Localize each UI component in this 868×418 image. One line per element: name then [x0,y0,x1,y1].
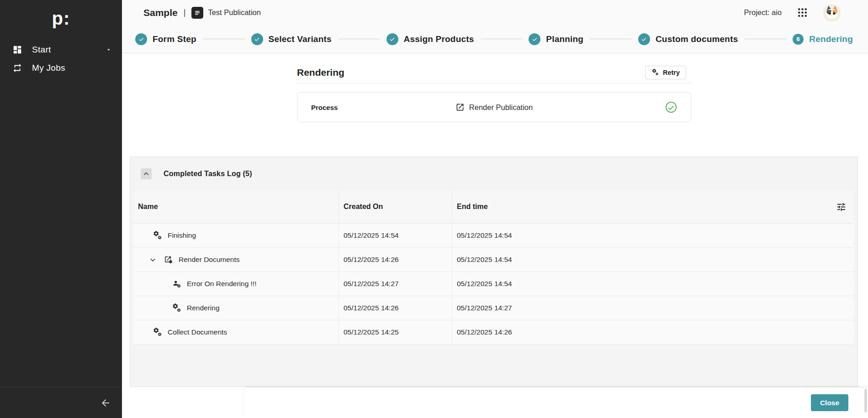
step-label: Assign Products [404,34,474,44]
tasks-table: Name Created On End time Finishing 05/12… [133,190,854,345]
cat-avatar-image [823,4,841,21]
sidebar-footer [0,387,122,418]
step-select-variants[interactable]: Select Variants [251,33,332,45]
task-created: 05/12/2025 14:54 [344,231,399,240]
render-publication-link[interactable]: Render Publication [455,103,533,112]
step-rendering[interactable]: 6 Rendering [793,34,853,45]
sidebar-item-label: Start [32,45,51,55]
bottom-action-bar: Close [244,387,868,418]
success-check-icon [665,101,677,113]
step-check-icon [135,33,147,45]
open-in-new-icon [455,103,465,112]
gears-icon [172,303,182,313]
task-created: 05/12/2025 14:25 [344,328,399,336]
step-custom-documents[interactable]: Custom documents [638,33,738,45]
project-label: Project: aio [744,8,782,17]
task-created: 05/12/2025 14:26 [344,256,399,264]
task-created: 05/12/2025 14:27 [344,280,399,288]
document-icon [191,7,203,19]
content-area: Rendering Retry Process Render Publicati… [122,53,868,387]
step-label: Form Step [153,34,196,44]
dashboard-icon [12,45,22,55]
page-title: Sample [143,7,178,18]
panel-title: Completed Tasks Log (5) [164,170,252,178]
task-name: Render Documents [179,256,240,264]
repeat-icon [12,63,22,73]
render-gear-icon [164,255,174,265]
avatar[interactable] [823,4,841,21]
title-separator: | [184,8,186,17]
app-logo: p: [0,8,122,29]
step-label: Custom documents [656,34,738,44]
workflow-stepper: Form Step Select Variants Assign Product… [122,25,868,53]
retry-button[interactable]: Retry [645,66,686,79]
chevron-down-icon[interactable] [149,256,157,264]
sidebar-item-start[interactable]: Start [0,41,122,59]
tune-filter-icon[interactable] [836,202,847,212]
task-end: 05/12/2025 14:27 [457,304,512,312]
sidebar-item-my-jobs[interactable]: My Jobs [0,59,122,77]
table-row[interactable]: Finishing 05/12/2025 14:54 05/12/2025 14… [133,224,854,248]
step-check-icon [529,33,540,45]
step-form-step[interactable]: Form Step [135,33,196,45]
task-name: Finishing [168,231,196,240]
table-row[interactable]: Collect Documents 05/12/2025 14:25 05/12… [133,320,854,345]
task-end: 05/12/2025 14:54 [457,280,512,288]
step-check-icon [251,33,263,45]
step-connector [203,39,245,39]
render-publication-label: Render Publication [469,103,533,112]
step-label: Rendering [809,34,853,44]
gears-icon [153,327,163,337]
section-title: Rendering [297,67,344,78]
task-end: 05/12/2025 14:54 [457,256,512,264]
close-button[interactable]: Close [811,394,848,411]
task-name: Rendering [187,304,220,312]
column-header-name: Name [138,203,158,211]
step-connector [590,39,632,39]
task-name: Error On Rendering !!! [187,280,256,288]
step-number-badge: 6 [793,34,804,45]
gears-icon [153,230,163,240]
task-created: 05/12/2025 14:26 [344,304,399,312]
process-card: Process Render Publication [297,92,691,122]
column-header-created: Created On [344,203,383,211]
step-check-icon [638,33,650,45]
table-row[interactable]: Rendering 05/12/2025 14:26 05/12/2025 14… [133,296,854,320]
sidebar-item-label: My Jobs [32,63,65,73]
step-assign-products[interactable]: Assign Products [386,33,474,45]
table-row[interactable]: Render Documents 05/12/2025 14:26 05/12/… [133,248,854,272]
column-header-end: End time [457,203,488,211]
completed-tasks-panel: Completed Tasks Log (5) Name Created On … [130,157,858,387]
topbar: Sample | Test Publication Project: aio [122,0,868,25]
gears-icon [651,68,659,76]
chevron-up-icon [143,170,150,178]
process-label: Process [311,104,455,111]
apps-grid-icon[interactable] [797,7,808,18]
step-label: Select Variants [269,34,332,44]
step-connector [481,39,523,39]
task-name: Collect Documents [168,328,227,336]
main-area: Sample | Test Publication Project: aio [122,0,868,418]
collapse-panel-button[interactable] [141,168,152,179]
step-planning[interactable]: Planning [529,33,583,45]
table-row[interactable]: Error On Rendering !!! 05/12/2025 14:27 … [133,272,854,296]
step-label: Planning [546,34,583,44]
user-gear-icon [172,279,182,289]
publication-name: Test Publication [208,8,261,17]
step-check-icon [386,33,398,45]
collapse-sidebar-arrow-icon[interactable] [100,397,111,408]
task-end: 05/12/2025 14:54 [457,231,512,240]
scrollbar-thumb[interactable] [864,389,867,413]
chevron-down-icon [106,47,112,53]
step-connector [744,39,786,39]
step-connector [338,39,380,39]
retry-button-label: Retry [663,69,680,76]
task-end: 05/12/2025 14:26 [457,328,512,336]
sidebar: p: Start My Jobs [0,0,122,418]
table-header: Name Created On End time [133,190,854,224]
